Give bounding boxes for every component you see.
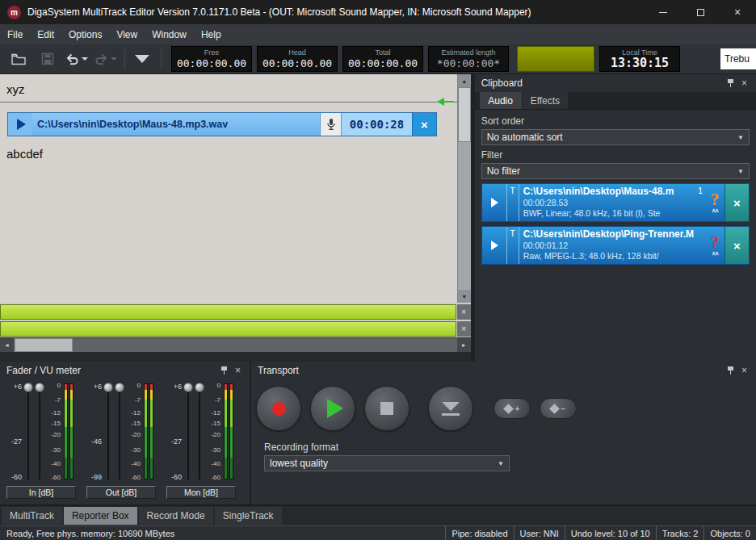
window-title: DigaSystem MultiTrack Editor Version 7.0… (27, 6, 645, 18)
undo-button[interactable] (65, 48, 89, 70)
fader-max: +6 (94, 383, 102, 391)
maximize-button[interactable] (682, 0, 719, 24)
track-close-button[interactable]: × (457, 304, 471, 320)
tab-audio[interactable]: Audio (480, 92, 522, 109)
track-row-2: × (0, 321, 471, 337)
fader-knob[interactable] (115, 383, 124, 392)
scroll-right-icon[interactable]: ► (457, 338, 471, 352)
undo-icon (65, 53, 79, 65)
vscrollbar-track[interactable] (458, 142, 471, 290)
panel-close-icon[interactable]: × (231, 364, 245, 378)
scroll-left-icon[interactable]: ◄ (0, 338, 14, 352)
fader-slider[interactable] (103, 381, 114, 484)
fader-knob[interactable] (35, 383, 44, 392)
menu-edit[interactable]: Edit (30, 24, 61, 44)
save-button[interactable] (36, 48, 60, 70)
scroll-down-icon[interactable]: ▼ (458, 290, 471, 303)
hscrollbar-thumb[interactable] (15, 338, 73, 352)
lower-panels: Fader / VU meter × +6 -27 -60 0-7-12-15-… (0, 362, 756, 504)
fader-slider[interactable] (114, 381, 125, 484)
redo-icon (94, 53, 108, 65)
tab-record-mode[interactable]: Record Mode (139, 507, 213, 525)
editor-vertical-scrollbar[interactable]: ▲ ▼ (457, 74, 471, 303)
scroll-up-icon[interactable]: ▲ (458, 74, 471, 87)
fader-slider[interactable] (23, 381, 34, 484)
minimize-icon (659, 12, 667, 13)
mode-tabs: MultiTrack Reporter Box Record Mode Sing… (0, 504, 756, 525)
clip-delete-button[interactable]: × (412, 113, 436, 136)
clip-record-button[interactable] (320, 113, 341, 136)
clip-play-button[interactable] (8, 113, 32, 136)
fader-knob[interactable] (23, 383, 33, 392)
vscrollbar-thumb[interactable] (458, 87, 471, 142)
fader-group-in: +6 -27 -60 0-7-12-15-20-30-40-60 In [dB] (5, 381, 79, 501)
track-level-bar (0, 321, 456, 337)
menu-view[interactable]: View (109, 24, 145, 44)
reporter-editor[interactable]: xyz C:\Users\nin\Desktop\Maus-48.mp3.wav… (0, 74, 471, 303)
editor-horizontal-scrollbar[interactable]: ◄ ► (0, 338, 471, 352)
fader-panel: Fader / VU meter × +6 -27 -60 0-7-12-15-… (0, 362, 251, 504)
filter-value: No filter (487, 165, 737, 177)
fader-slider[interactable] (34, 381, 45, 484)
close-icon: × (461, 324, 466, 333)
filter-select[interactable]: No filter ▼ (481, 163, 750, 179)
pin-icon[interactable] (217, 364, 231, 378)
panel-close-icon[interactable]: × (737, 364, 751, 378)
close-button[interactable]: × (719, 0, 756, 24)
marker-add-button[interactable]: + (494, 398, 531, 419)
record-button[interactable] (256, 386, 301, 431)
minimize-button[interactable] (645, 0, 682, 24)
estimated-length-label: Estimated length (441, 48, 495, 57)
pin-icon[interactable] (724, 77, 737, 90)
editor-content[interactable]: xyz C:\Users\nin\Desktop\Maus-48.mp3.wav… (0, 74, 457, 303)
menu-options[interactable]: Options (61, 24, 109, 44)
track-close-button[interactable]: × (457, 321, 471, 337)
drop-to-track-button[interactable] (428, 386, 473, 431)
fader-knob[interactable] (103, 383, 113, 392)
open-button[interactable] (6, 48, 31, 70)
clipboard-item-2[interactable]: T C:\Users\nin\Desktop\Ping-Trenner.M 00… (481, 226, 750, 265)
item-play-button[interactable] (482, 184, 507, 221)
sort-order-label: Sort order (481, 115, 750, 127)
vu-meter (143, 381, 154, 484)
menu-window[interactable]: Window (145, 24, 194, 44)
menu-file[interactable]: File (0, 24, 30, 44)
maximize-icon (697, 9, 704, 16)
item-path: C:\Users\nin\Desktop\Ping-Trenner.M (523, 228, 694, 241)
play-button[interactable] (310, 386, 355, 431)
stop-icon (380, 402, 393, 415)
clipboard-title: Clipboard (481, 77, 523, 89)
drop-panel-button[interactable] (130, 48, 154, 70)
clipboard-item-1[interactable]: T C:\Users\nin\Desktop\Maus-48.m 1 00:00… (481, 183, 750, 222)
tab-effects[interactable]: Effects (523, 92, 568, 109)
hscrollbar-track[interactable] (73, 338, 457, 352)
vu-scale: 0-7-12-15-20-30-40-60 (45, 381, 63, 484)
fader-knob[interactable] (195, 383, 204, 392)
audio-clip-row[interactable]: C:\Users\nin\Desktop\Maus-48.mp3.wav 00:… (7, 112, 437, 136)
undo-dropdown-icon[interactable] (82, 57, 88, 61)
stop-button[interactable] (364, 386, 410, 431)
tab-reporter-box[interactable]: Reporter Box (64, 507, 137, 525)
fader-slider[interactable] (194, 381, 205, 484)
redo-dropdown-icon[interactable] (111, 57, 117, 61)
recording-format-select[interactable]: lowest quality ▼ (264, 455, 510, 471)
tab-singletrack[interactable]: SingleTrack (215, 507, 282, 525)
tab-multitrack[interactable]: MultiTrack (2, 507, 62, 525)
diamond-icon (549, 404, 560, 414)
redo-button[interactable] (94, 48, 118, 70)
panel-close-icon[interactable]: × (737, 77, 751, 90)
fader-group-out: +6 -46 -99 0-7-12-15-20-30-40-60 Out [dB… (85, 381, 159, 501)
status-undo-level: Undo level: 10 of 10 (565, 526, 656, 540)
item-delete-button[interactable]: × (724, 184, 749, 221)
font-selector[interactable]: Trebu (720, 48, 756, 69)
overlap-chevrons-icon: ∧∧ (712, 207, 718, 214)
menu-help[interactable]: Help (194, 24, 229, 44)
fader-slider[interactable] (183, 381, 194, 484)
pin-icon[interactable] (724, 364, 737, 378)
marker-remove-button[interactable]: − (540, 398, 577, 419)
play-icon (491, 241, 498, 250)
sort-order-select[interactable]: No automatic sort ▼ (481, 129, 750, 145)
item-delete-button[interactable]: × (724, 227, 749, 264)
item-play-button[interactable] (482, 227, 507, 264)
fader-knob[interactable] (183, 383, 193, 392)
